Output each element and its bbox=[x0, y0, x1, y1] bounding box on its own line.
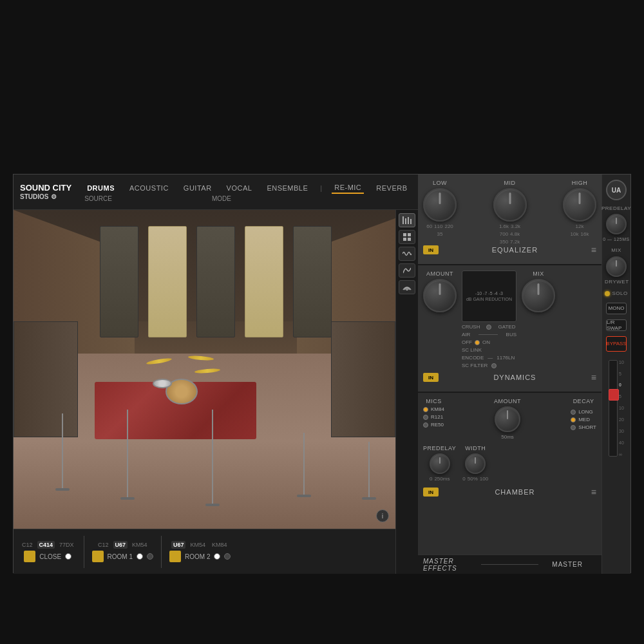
med-dot[interactable] bbox=[571, 417, 576, 422]
tab-reverb[interactable]: REVERB bbox=[374, 183, 410, 193]
room1-enable-btn[interactable] bbox=[92, 551, 104, 562]
svg-rect-7 bbox=[408, 238, 411, 241]
ua-fader-handle[interactable] bbox=[609, 389, 619, 401]
km84-dot[interactable] bbox=[423, 407, 428, 412]
solo-led bbox=[605, 291, 610, 296]
svg-rect-4 bbox=[403, 233, 406, 236]
re50-dot[interactable] bbox=[423, 422, 428, 428]
room2-enable-btn[interactable] bbox=[169, 551, 181, 562]
right-baffle bbox=[331, 321, 395, 437]
chamber-header: IN CHAMBER ≡ bbox=[423, 487, 596, 497]
ua-logo: UA bbox=[606, 180, 627, 200]
ua-lr-swap-btn[interactable]: L/R SWAP bbox=[606, 319, 627, 331]
room2-mic-km54[interactable]: KM54 bbox=[188, 541, 207, 549]
side-toolbar bbox=[395, 210, 418, 574]
dynamics-menu-btn[interactable]: ≡ bbox=[591, 372, 596, 383]
studio-view: i bbox=[14, 210, 418, 529]
tab-ensemble[interactable]: ENSEMBLE bbox=[264, 183, 310, 193]
room2-mic-u67[interactable]: U67 bbox=[171, 541, 186, 549]
room1-label: ROOM 1 bbox=[108, 553, 133, 560]
ua-fader-scale: 10 5 0 5 10 20 30 40 ∞ bbox=[619, 360, 624, 457]
chamber-amount-group: AMOUNT 50ms bbox=[494, 398, 521, 440]
mic-stand-5 bbox=[212, 410, 213, 506]
toolbar-signal-btn[interactable] bbox=[399, 263, 415, 278]
dynamics-mix-label: MIX bbox=[533, 270, 544, 277]
chamber-predelay-knob[interactable] bbox=[430, 453, 450, 474]
tab-remic[interactable]: RE-MIC bbox=[332, 182, 364, 194]
close-indicator-1 bbox=[65, 553, 71, 560]
ua-strip: UA PREDELAY 0 — 125ms MIX DRY WET bbox=[601, 175, 630, 574]
ua-solo-label: SOLO bbox=[612, 290, 627, 297]
close-mic-selector: C12 C414 77DX bbox=[20, 541, 76, 549]
sc-link-row: SC LINK bbox=[462, 347, 516, 353]
room1-mic-km54[interactable]: KM54 bbox=[130, 541, 149, 549]
room1-group-controls: ROOM 1 bbox=[92, 551, 153, 562]
chamber-title: CHAMBER bbox=[439, 488, 591, 496]
dynamics-section: AMOUNT -10 -7 -5 -4 -3 dB GAIN REDUCTION bbox=[418, 265, 601, 393]
eq-low-group: LOW 60110220 35 bbox=[423, 180, 457, 237]
chamber-width-knob[interactable] bbox=[465, 453, 486, 474]
long-dot[interactable] bbox=[571, 410, 576, 415]
chamber-mic-re50: RE50 bbox=[423, 422, 444, 428]
dynamics-amount-knob[interactable] bbox=[423, 279, 457, 312]
ua-mono-btn[interactable]: MONO bbox=[606, 303, 627, 314]
eq-menu-btn[interactable]: ≡ bbox=[591, 245, 596, 255]
eq-high-label: HIGH bbox=[572, 180, 588, 186]
dynamics-mix-knob[interactable] bbox=[522, 279, 555, 312]
panel-3 bbox=[196, 226, 235, 337]
chamber-mics-label: MICS bbox=[426, 398, 442, 404]
tab-acoustic[interactable]: ACOUSTIC bbox=[127, 183, 171, 193]
chamber-in-btn[interactable]: IN bbox=[423, 488, 439, 497]
eq-high-knob[interactable] bbox=[563, 188, 596, 222]
close-enable-btn[interactable] bbox=[24, 551, 35, 562]
room1-mic-u67[interactable]: U67 bbox=[113, 541, 128, 549]
room1-group: C12 U67 KM54 ROOM 1 bbox=[92, 541, 153, 562]
info-button[interactable]: i bbox=[376, 509, 389, 522]
encode-label: ENCODE bbox=[462, 355, 484, 361]
dynamics-in-btn[interactable]: IN bbox=[423, 373, 439, 382]
eq-low-knob[interactable] bbox=[423, 188, 457, 222]
chamber-menu-btn[interactable]: ≡ bbox=[591, 487, 596, 497]
ua-mix-knob[interactable] bbox=[606, 256, 627, 277]
r121-dot[interactable] bbox=[423, 415, 428, 420]
decay-short: SHORT bbox=[571, 424, 596, 430]
eq-knobs: LOW 60110220 35 MID bbox=[423, 180, 596, 245]
room1-mic-c12[interactable]: C12 bbox=[96, 541, 111, 549]
chamber-amount-knob[interactable] bbox=[495, 406, 520, 432]
eq-mid-freqs: 1.6k3.2k bbox=[499, 223, 520, 229]
eq-mid-knob[interactable] bbox=[493, 188, 527, 222]
toolbar-wifi-btn[interactable] bbox=[399, 280, 415, 294]
eq-mid-label: MID bbox=[504, 180, 516, 186]
toolbar-grid-btn[interactable] bbox=[399, 230, 415, 244]
toolbar-wave-btn[interactable] bbox=[399, 247, 415, 261]
close-mic-77dx[interactable]: 77DX bbox=[57, 541, 76, 549]
eq-high-freqs2: 10k16k bbox=[571, 231, 589, 237]
decay-med: MED bbox=[571, 417, 596, 422]
ua-bypass-btn[interactable]: BYPASS bbox=[606, 336, 627, 352]
on-off-row: OFF ON bbox=[462, 339, 516, 345]
tab-vocal[interactable]: VOCAL bbox=[224, 183, 255, 193]
close-mic-c12[interactable]: C12 bbox=[20, 541, 35, 549]
ua-dry-label: DRY bbox=[605, 279, 616, 285]
toolbar-mixer-btn[interactable] bbox=[399, 213, 415, 227]
short-dot[interactable] bbox=[571, 425, 576, 430]
effects-bottom-bar: MASTER EFFECTS MASTER bbox=[418, 554, 601, 574]
air-bus-row: AIR BUS bbox=[462, 332, 516, 337]
room2-group: U67 KM54 KM84 ROOM 2 bbox=[169, 541, 231, 562]
crush-toggle[interactable] bbox=[486, 325, 491, 330]
room1-mic-selector: C12 U67 KM54 bbox=[96, 541, 149, 549]
eq-section: LOW 60110220 35 MID bbox=[418, 175, 601, 265]
chamber-mic-r121: R121 bbox=[423, 414, 444, 420]
sc-filter-toggle[interactable] bbox=[491, 363, 497, 368]
close-mic-c414[interactable]: C414 bbox=[37, 541, 55, 549]
tab-guitar[interactable]: GUITAR bbox=[181, 183, 214, 193]
ua-mix-label: MIX bbox=[611, 247, 621, 254]
ua-predelay-knob[interactable] bbox=[606, 214, 627, 234]
tab-drums[interactable]: DRUMS bbox=[84, 183, 117, 193]
eq-in-btn[interactable]: IN bbox=[423, 245, 439, 254]
room2-mic-km84[interactable]: KM84 bbox=[210, 541, 229, 549]
ua-predelay-range: 0 — 125ms bbox=[603, 236, 629, 242]
on-toggle[interactable] bbox=[475, 340, 480, 345]
drum-kit bbox=[143, 356, 220, 408]
vu-meter: -10 -7 -5 -4 -3 dB GAIN REDUCTION bbox=[462, 270, 516, 322]
